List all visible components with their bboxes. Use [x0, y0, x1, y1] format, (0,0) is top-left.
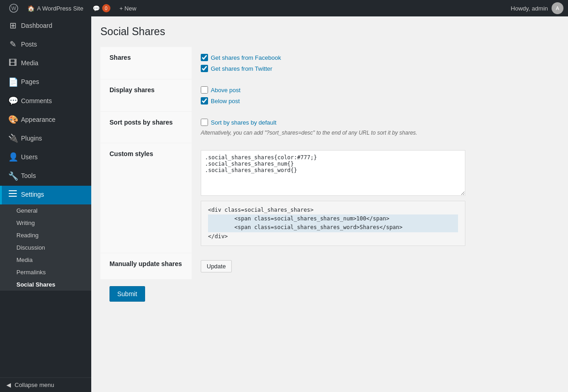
above-post-label: Above post — [211, 87, 240, 94]
shares-label: Shares — [100, 47, 192, 79]
display-shares-field: Above post Below post — [192, 79, 559, 112]
sidebar: ⊞ Dashboard ✎ Posts 🎞 Media 📄 Pages 💬 Co… — [0, 16, 91, 392]
twitter-shares-checkbox[interactable] — [201, 65, 208, 72]
sidebar-item-label: Plugins — [21, 134, 42, 143]
new-content-button[interactable]: + New — [115, 0, 141, 16]
comments-icon: 💬 — [93, 5, 100, 12]
page-title: Social Shares — [100, 26, 559, 38]
manual-update-row: Manually update shares Update — [100, 253, 559, 279]
sidebar-item-dashboard[interactable]: ⊞ Dashboard — [0, 16, 91, 35]
sidebar-item-settings[interactable]: Settings — [0, 186, 91, 204]
sort-posts-field: Sort by shares by default Alternatively,… — [192, 112, 559, 143]
shares-field: Get shares from Facebook Get shares from… — [192, 47, 559, 79]
display-shares-row: Display shares Above post Below post — [100, 79, 559, 112]
sidebar-item-users[interactable]: 👤 Users — [0, 148, 91, 167]
custom-styles-row: Custom styles .social_shares_shares{colo… — [100, 143, 559, 253]
twitter-shares-label: Get shares from Twitter — [211, 65, 272, 72]
sort-posts-label: Sort posts by shares — [100, 112, 192, 143]
admin-bar: W 🏠 A WordPress Site 💬 0 + New Howdy, ad… — [0, 0, 568, 16]
submenu-item-social-shares[interactable]: Social Shares — [0, 278, 91, 291]
sidebar-item-media[interactable]: 🎞 Media — [0, 54, 91, 73]
below-post-checkbox-label[interactable]: Below post — [201, 97, 550, 105]
sidebar-item-label: Users — [21, 153, 38, 162]
sidebar-item-plugins[interactable]: 🔌 Plugins — [0, 129, 91, 148]
submenu-item-discussion[interactable]: Discussion — [0, 241, 91, 254]
collapse-label: Collapse menu — [15, 382, 54, 388]
display-shares-label: Display shares — [100, 79, 192, 112]
sort-hint-text: Alternatively, you can add "?sort_shares… — [201, 130, 550, 136]
admin-bar-left: W 🏠 A WordPress Site 💬 0 + New — [5, 0, 511, 16]
sidebar-item-label: Tools — [21, 172, 36, 181]
sidebar-item-label: Pages — [21, 78, 39, 87]
code-line-3: <span class=social_shares_shares_word>Sh… — [208, 223, 458, 232]
facebook-shares-label: Get shares from Facebook — [211, 54, 281, 61]
comments-count: 0 — [102, 4, 110, 12]
content-area: Social Shares Shares Get shares from Fac… — [91, 16, 568, 392]
admin-bar-right: Howdy, admin A — [511, 2, 563, 14]
sidebar-item-pages[interactable]: 📄 Pages — [0, 73, 91, 92]
below-post-label: Below post — [211, 98, 240, 105]
manual-update-field: Update — [192, 253, 559, 279]
site-name-link[interactable]: 🏠 A WordPress Site — [23, 0, 88, 16]
custom-styles-label: Custom styles — [100, 143, 192, 253]
settings-icon — [8, 189, 17, 201]
settings-submenu: General Writing Reading Discussion Media… — [0, 204, 91, 291]
submit-button[interactable]: Submit — [109, 286, 145, 302]
submit-row: Submit — [100, 279, 559, 308]
new-label: + New — [120, 5, 136, 12]
admin-avatar[interactable]: A — [552, 2, 563, 14]
dashboard-icon: ⊞ — [8, 20, 17, 31]
code-line-1: <div class=social_shares_shares> — [208, 206, 458, 214]
twitter-shares-checkbox-label[interactable]: Get shares from Twitter — [201, 65, 550, 72]
collapse-menu-button[interactable]: ◀ Collapse menu — [0, 377, 91, 392]
code-line-2: <span class=social_shares_shares_num>100… — [208, 214, 458, 223]
sidebar-item-label: Settings — [21, 190, 44, 199]
above-post-checkbox[interactable] — [201, 86, 208, 94]
sort-by-shares-checkbox-label[interactable]: Sort by shares by default — [201, 119, 550, 126]
comments-nav-icon: 💬 — [8, 95, 17, 107]
sidebar-item-label: Comments — [21, 97, 52, 106]
manual-update-label: Manually update shares — [100, 253, 192, 279]
code-preview: <div class=social_shares_shares> <span c… — [201, 201, 465, 246]
users-icon: 👤 — [8, 152, 17, 163]
sidebar-item-posts[interactable]: ✎ Posts — [0, 35, 91, 54]
sort-by-shares-checkbox[interactable] — [201, 119, 208, 126]
pages-icon: 📄 — [8, 77, 17, 88]
above-post-checkbox-label[interactable]: Above post — [201, 86, 550, 94]
submenu-item-media[interactable]: Media — [0, 254, 91, 266]
submenu-item-permalinks[interactable]: Permalinks — [0, 266, 91, 278]
facebook-shares-checkbox-label[interactable]: Get shares from Facebook — [201, 54, 550, 61]
sort-by-shares-label: Sort by shares by default — [211, 119, 276, 126]
sidebar-item-label: Appearance — [21, 115, 56, 125]
sidebar-item-appearance[interactable]: 🎨 Appearance — [0, 110, 91, 129]
sidebar-item-comments[interactable]: 💬 Comments — [0, 92, 91, 110]
collapse-arrow-icon: ◀ — [6, 382, 11, 388]
appearance-icon: 🎨 — [8, 114, 17, 125]
posts-icon: ✎ — [8, 39, 17, 50]
submenu-item-reading[interactable]: Reading — [0, 229, 91, 241]
sidebar-item-label: Media — [21, 59, 38, 68]
shares-row: Shares Get shares from Facebook Get shar… — [100, 47, 559, 79]
svg-rect-2 — [9, 190, 17, 191]
settings-form-table: Shares Get shares from Facebook Get shar… — [100, 47, 559, 279]
below-post-checkbox[interactable] — [201, 97, 208, 105]
update-button[interactable]: Update — [201, 260, 232, 272]
svg-rect-3 — [9, 193, 17, 194]
howdy-text: Howdy, admin — [511, 5, 548, 12]
comments-link[interactable]: 💬 0 — [88, 0, 115, 16]
main-layout: ⊞ Dashboard ✎ Posts 🎞 Media 📄 Pages 💬 Co… — [0, 16, 568, 392]
facebook-shares-checkbox[interactable] — [201, 54, 208, 61]
sort-posts-row: Sort posts by shares Sort by shares by d… — [100, 112, 559, 143]
sidebar-item-label: Posts — [21, 40, 37, 49]
submenu-item-writing[interactable]: Writing — [0, 217, 91, 229]
submenu-item-general[interactable]: General — [0, 204, 91, 217]
wp-logo-button[interactable]: W — [5, 0, 23, 16]
plugins-icon: 🔌 — [8, 133, 17, 144]
sidebar-item-tools[interactable]: 🔧 Tools — [0, 167, 91, 186]
svg-rect-4 — [9, 196, 17, 197]
home-icon: 🏠 — [27, 5, 35, 12]
custom-styles-textarea[interactable]: .social_shares_shares{color:#777;} .soci… — [201, 150, 465, 196]
media-icon: 🎞 — [8, 57, 17, 69]
svg-text:W: W — [11, 5, 16, 11]
custom-styles-field: .social_shares_shares{color:#777;} .soci… — [192, 143, 559, 253]
